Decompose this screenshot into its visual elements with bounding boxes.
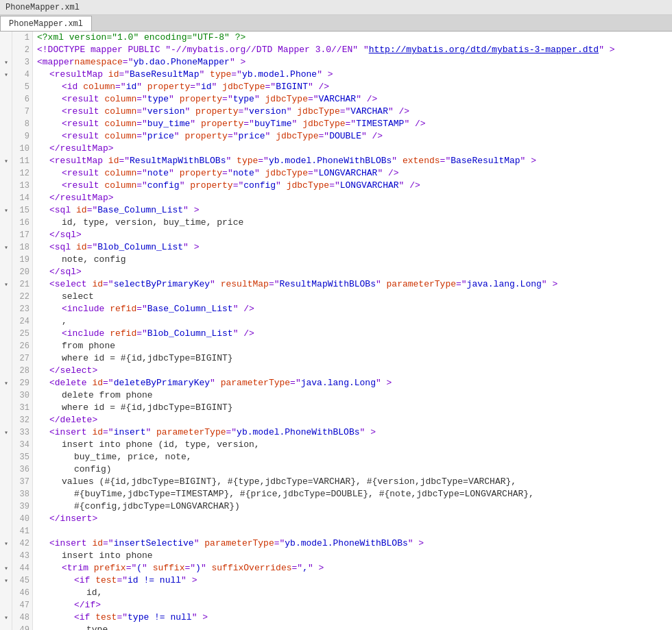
line-num-14: 14 [12,192,29,204]
gutter-8 [0,118,12,130]
code-line-20: </sql> [37,266,672,278]
mapper-open: <mapper [37,56,75,69]
code-line-10: </resultMap> [37,143,672,155]
gutter-19 [0,254,12,266]
line-num-25: 25 [12,328,29,340]
gutter-1 [0,32,12,44]
line-num-15: 15 [12,204,29,217]
code-line-37: values (#{id,jdbcType=BIGINT}, #{type,jd… [37,476,672,488]
gutter-10 [0,143,12,155]
line-num-24: 24 [12,315,29,328]
code-line-31: where id = #{id,jdbcType=BIGINT} [37,402,672,414]
gutter-3[interactable]: ▾ [0,56,12,69]
line-num-34: 34 [12,439,29,451]
code-line-27: where id = #{id,jdbcType=BIGINT} [37,352,672,365]
line-num-17: 17 [12,229,29,241]
line-num-32: 32 [12,414,29,426]
code-line-5: <id column="id" property="id" jdbcType="… [37,81,672,93]
gutter-45[interactable]: ▾ [0,574,12,587]
line-num-16: 16 [12,217,29,229]
code-line-48: <if test="type != null" > [37,611,672,624]
gutter-39 [0,500,12,513]
gutter-30 [0,389,12,402]
gutter-47 [0,599,12,611]
gutter-44[interactable]: ▾ [0,562,12,574]
code-line-17: </sql> [37,229,672,241]
code-line-18: <sql id="Blob_Column_List" > [37,241,672,254]
code-line-41 [37,525,672,537]
tab-bar: PhoneMapper.xml [0,15,672,32]
line-numbers: 1 2 3 4 5 6 7 8 9 10 11 12 13 14 15 16 1… [12,32,33,630]
gutter-4[interactable]: ▾ [0,69,12,81]
code-line-33: <insert id="insert" parameterType="yb.mo… [37,426,672,439]
gutter-33[interactable]: ▾ [0,426,12,439]
line-num-36: 36 [12,463,29,476]
line-num-42: 42 [12,537,29,550]
code-line-8: <result column="buy_time" property="buyT… [37,118,672,130]
line-num-38: 38 [12,488,29,500]
line-num-12: 12 [12,167,29,180]
editor-container: PhoneMapper.xml PhoneMapper.xml ▾ ▾ [0,0,672,630]
gutter-6 [0,93,12,106]
gutter-38 [0,488,12,500]
gutter-41 [0,525,12,537]
gutter-18[interactable]: ▾ [0,241,12,254]
code-line-24: , [37,315,672,328]
gutter-15[interactable]: ▾ [0,204,12,217]
doctype-url: http://mybatis.org/dtd/mybatis-3-mapper.… [369,44,599,56]
code-line-25: <include refid="Blob_Column_List" /> [37,328,672,340]
line-num-49: 49 [12,624,29,630]
file-tab[interactable]: PhoneMapper.xml [0,16,92,31]
gutter-5 [0,81,12,93]
code-line-26: from phone [37,340,672,352]
line-num-9: 9 [12,130,29,143]
gutter-24 [0,315,12,328]
gutter-25 [0,328,12,340]
doctype-decl: <!DOCTYPE mapper PUBLIC "-//mybatis.org/… [37,44,369,56]
line-num-44: 44 [12,562,29,574]
line-num-43: 43 [12,550,29,562]
line-num-48: 48 [12,611,29,624]
code-line-23: <include refid="Base_Column_List" /> [37,303,672,315]
gutter-32 [0,414,12,426]
gutter-34 [0,439,12,451]
code-line-16: id, type, version, buy_time, price [37,217,672,229]
gutter-21[interactable]: ▾ [0,278,12,291]
gutter-48[interactable]: ▾ [0,611,12,624]
line-num-21: 21 [12,278,29,291]
rm-id-attr: id [108,69,119,80]
line-num-30: 30 [12,389,29,402]
doctype-end: " > [599,44,614,56]
code-line-29: <delete id="deleteByPrimaryKey" paramete… [37,377,672,389]
tab-label: PhoneMapper.xml [9,19,83,29]
line-num-23: 23 [12,303,29,315]
line-num-35: 35 [12,451,29,463]
code-line-4: <resultMap id="BaseResultMap" type="yb.m… [37,69,672,81]
gutter-37 [0,476,12,488]
line-num-4: 4 [12,69,29,81]
gutter-26 [0,340,12,352]
line-num-28: 28 [12,365,29,377]
gutter-2 [0,44,12,56]
line-num-20: 20 [12,266,29,278]
line-num-26: 26 [12,340,29,352]
code-line-28: </select> [37,365,672,377]
title-bar: PhoneMapper.xml [0,0,672,15]
line-num-18: 18 [12,241,29,254]
code-line-3: <mapper namespace="yb.dao.PhoneMapper" > [37,56,672,69]
code-line-43: insert into phone [37,550,672,562]
gutter-27 [0,352,12,365]
code-line-1: <?xml version="1.0" encoding="UTF-8" ?> [37,32,672,44]
code-line-44: <trim prefix="(" suffix=")" suffixOverri… [37,562,672,574]
line-num-19: 19 [12,254,29,266]
line-num-40: 40 [12,513,29,525]
collapse-gutter: ▾ ▾ ▾ ▾ ▾ [0,32,12,630]
gutter-16 [0,217,12,229]
line-num-5: 5 [12,81,29,93]
gutter-11[interactable]: ▾ [0,155,12,167]
gutter-29[interactable]: ▾ [0,377,12,389]
code-line-19: note, config [37,254,672,266]
line-num-7: 7 [12,106,29,118]
code-line-40: </insert> [37,513,672,525]
gutter-42[interactable]: ▾ [0,537,12,550]
